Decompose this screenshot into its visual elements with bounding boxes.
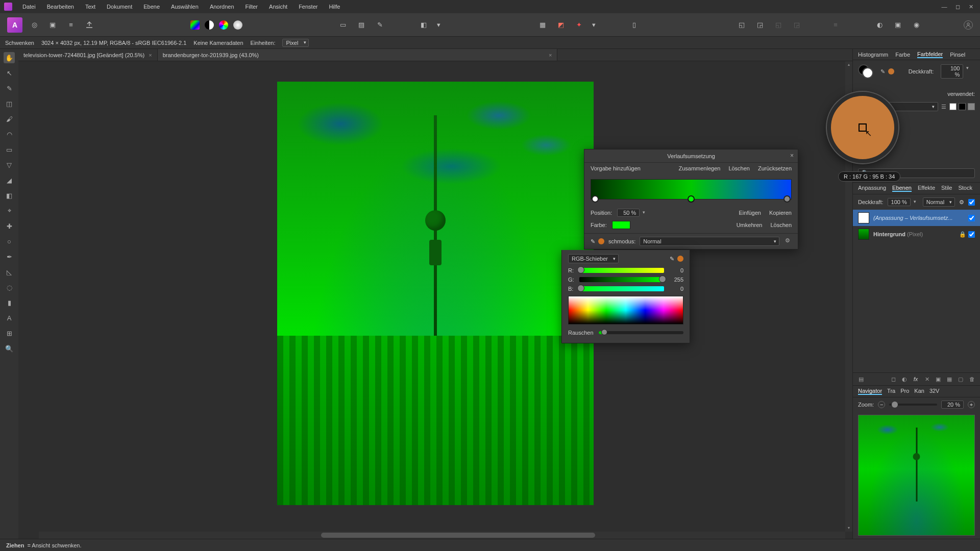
preferences-icon[interactable]: ◉: [910, 18, 923, 32]
blur-tool-icon[interactable]: ◌: [4, 282, 15, 293]
quickmask-dropdown-icon[interactable]: ▾: [435, 18, 442, 32]
adjustment-layer-icon[interactable]: ◐: [900, 375, 909, 383]
refine-icon[interactable]: ✎: [373, 18, 386, 32]
node-tool-icon[interactable]: ◺: [4, 266, 15, 278]
zoom-in-icon[interactable]: +: [968, 401, 975, 408]
menu-help[interactable]: Hilfe: [329, 4, 340, 10]
deselect-icon[interactable]: ▨: [355, 18, 368, 32]
crop-tool-icon[interactable]: ◫: [4, 98, 15, 109]
menu-file[interactable]: Datei: [22, 4, 36, 10]
clone-tool-icon[interactable]: ⌖: [4, 205, 15, 216]
doc-tab-1[interactable]: television-tower-7244801.jpg [Geändert] …: [18, 49, 158, 61]
menu-view[interactable]: Ansicht: [269, 4, 287, 10]
g-knob[interactable]: [659, 276, 666, 283]
rgb-eyedropper-icon[interactable]: ✎: [670, 256, 674, 262]
scroll-down-icon[interactable]: ▼: [845, 524, 852, 532]
wand-dropdown-icon[interactable]: ▾: [591, 18, 597, 32]
persona-export-icon[interactable]: [83, 18, 96, 32]
layers-panel-menu-icon[interactable]: ▤: [857, 375, 865, 383]
tab-layers[interactable]: Ebenen: [892, 185, 912, 192]
tab-navigator[interactable]: Navigator: [858, 388, 882, 395]
gradient-map-dialog[interactable]: Verlaufsumsetzung × Vorgabe hinzufügen Z…: [584, 149, 798, 249]
add-preset-button[interactable]: Vorgabe hinzufügen: [591, 165, 641, 171]
canvas-viewport[interactable]: [18, 61, 852, 539]
gradient-stop-mid[interactable]: [688, 195, 695, 203]
fx-layer-icon[interactable]: fx: [912, 375, 920, 383]
tab-effects[interactable]: Effekte: [918, 185, 935, 192]
pen-tool-icon[interactable]: ✒: [4, 251, 15, 262]
color-eyedropper-icon[interactable]: ✎: [591, 238, 595, 245]
doc-tab-1-close-icon[interactable]: ×: [149, 52, 152, 58]
mask-layer-icon[interactable]: ◻: [889, 375, 897, 383]
arrange-forward-icon[interactable]: ◱: [772, 18, 785, 32]
layers-opacity-value[interactable]: 100 %: [888, 198, 911, 206]
live-filter-icon[interactable]: ✕: [923, 375, 931, 383]
tab-channels[interactable]: Kan: [914, 388, 924, 395]
g-value[interactable]: 255: [668, 277, 683, 283]
zoom-tool-icon[interactable]: 🔍: [4, 343, 15, 354]
delete-button[interactable]: Löschen: [728, 165, 750, 171]
minimize-button[interactable]: —: [939, 3, 949, 11]
soft-proof-icon[interactable]: [233, 20, 242, 30]
mesh-tool-icon[interactable]: ⊞: [4, 328, 15, 339]
hsl-adjust-icon[interactable]: [219, 20, 228, 30]
color-wheel-icon[interactable]: [190, 20, 200, 30]
marquee-icon[interactable]: ▭: [336, 18, 350, 32]
tab-swatches[interactable]: Farbfelder: [917, 51, 943, 58]
tab-histogram[interactable]: Histogramm: [858, 52, 888, 58]
wand-icon[interactable]: ✦: [573, 18, 586, 32]
gradient-editor[interactable]: [591, 179, 792, 199]
tab-stock[interactable]: Stock: [958, 185, 972, 192]
gradient-stop-start[interactable]: [592, 195, 599, 203]
tab-brushes[interactable]: Pinsel: [950, 52, 965, 58]
arrange-front-icon[interactable]: ◱: [735, 18, 748, 32]
layer-lock-icon[interactable]: 🔒: [959, 231, 966, 238]
position-value[interactable]: 50 %: [617, 209, 640, 217]
insert-stop-button[interactable]: Einfügen: [739, 210, 761, 216]
stop-color-chip[interactable]: [612, 221, 630, 229]
merge-button[interactable]: Zusammenlegen: [678, 165, 720, 171]
grid-icon[interactable]: ▦: [536, 18, 549, 32]
eyedropper-mini-icon[interactable]: ✎: [880, 68, 885, 75]
scroll-thumb[interactable]: [321, 533, 595, 538]
scroll-up-icon[interactable]: ▲: [845, 61, 852, 68]
bw-adjust-icon[interactable]: [205, 20, 214, 30]
menu-window[interactable]: Fenster: [299, 4, 317, 10]
eraser-tool-icon[interactable]: ◧: [4, 190, 15, 201]
dialog-close-icon[interactable]: ×: [790, 152, 794, 159]
horizontal-scrollbar[interactable]: [39, 532, 845, 539]
group-layers-icon[interactable]: ▣: [934, 375, 942, 383]
color-spectrum[interactable]: [568, 296, 683, 324]
gradient-stop-end[interactable]: [783, 195, 791, 203]
tab-transform[interactable]: Tra: [887, 388, 895, 395]
crop-tool-icon[interactable]: ◩: [554, 18, 568, 32]
layers-gear-icon[interactable]: ⚙: [959, 199, 964, 206]
copy-stop-button[interactable]: Kopieren: [769, 210, 792, 216]
persona-develop-icon[interactable]: ≡: [64, 18, 78, 32]
menu-document[interactable]: Dokument: [107, 4, 132, 10]
zoom-value[interactable]: 20 %: [941, 400, 964, 409]
doc-tab-2-close-icon[interactable]: ×: [263, 52, 552, 58]
r-knob[interactable]: [577, 266, 584, 273]
layer-visible-1[interactable]: [968, 215, 975, 221]
layers-blend-select[interactable]: Normal: [923, 197, 955, 207]
swatch-chip-grey[interactable]: [968, 103, 975, 110]
noise-slider[interactable]: [599, 331, 683, 334]
dodge-tool-icon[interactable]: ○: [4, 236, 15, 247]
selection-brush-tool-icon[interactable]: ◠: [4, 129, 15, 140]
rgb-sliders-panel[interactable]: RGB-Schieber ✎ R: 0 G: 255 B: 0 Rauschen: [561, 250, 690, 343]
tab-styles[interactable]: Stile: [941, 185, 952, 192]
layer-row-adjustment[interactable]: (Anpassung – Verlaufsumsetz...: [853, 210, 980, 226]
layer-visible-2[interactable]: [968, 231, 975, 238]
blend-mode-select[interactable]: Normal: [640, 237, 779, 246]
blend-settings-icon[interactable]: ⚙: [783, 237, 792, 245]
align-icon[interactable]: ≡: [829, 18, 842, 32]
zoom-knob[interactable]: [892, 402, 898, 408]
tab-color[interactable]: Farbe: [895, 52, 910, 58]
swatch-chip-white[interactable]: [949, 103, 957, 110]
doc-tab-2[interactable]: brandenburger-tor-201939.jpg (43.0%) ×: [158, 49, 558, 61]
add-pixel-layer-icon[interactable]: ▦: [945, 375, 953, 383]
persona-photo-icon[interactable]: ◎: [28, 18, 41, 32]
brush-tool-icon[interactable]: 🖌: [4, 113, 15, 124]
color-model-select[interactable]: RGB-Schieber: [568, 254, 619, 263]
